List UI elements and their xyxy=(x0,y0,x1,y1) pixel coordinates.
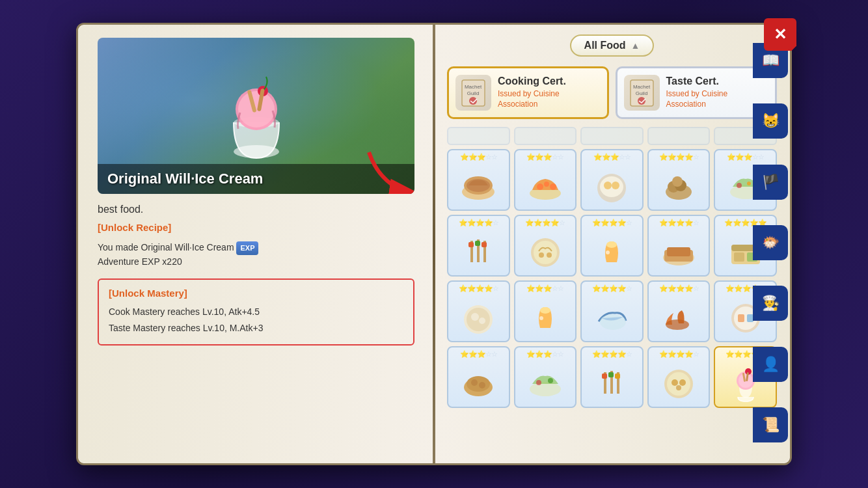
filter-header: All Food ▲ xyxy=(447,34,777,57)
close-icon: ✕ xyxy=(774,25,787,44)
svg-point-26 xyxy=(612,182,619,189)
svg-point-32 xyxy=(737,183,742,188)
cooking-cert-icon: Machet Guild xyxy=(455,75,491,111)
svg-point-59 xyxy=(600,314,626,330)
food-icon-3 xyxy=(657,163,701,207)
food-icon-18 xyxy=(657,360,701,404)
svg-point-56 xyxy=(479,318,485,324)
screen: ✕ xyxy=(0,0,868,488)
close-button[interactable]: ✕ xyxy=(764,18,796,51)
food-item-2[interactable]: ⭐⭐⭐☆☆ xyxy=(580,149,644,211)
svg-point-71 xyxy=(548,378,553,383)
unlock-mastery-title: [Unlock Mastery] xyxy=(109,288,403,299)
sidebar-cat-button[interactable]: 😸 xyxy=(753,103,788,139)
food-item-17[interactable]: ⭐⭐⭐⭐☆ xyxy=(580,346,644,408)
food-item-11[interactable]: ⭐⭐⭐☆☆ xyxy=(514,280,577,342)
sidebar-person-button[interactable]: 👤 xyxy=(753,347,788,382)
food-item-15[interactable]: ⭐⭐⭐☆☆ xyxy=(447,346,510,408)
food-item-16[interactable]: ⭐⭐⭐☆☆ xyxy=(514,346,577,408)
stars-12: ⭐⭐⭐⭐☆ xyxy=(592,284,632,293)
svg-point-80 xyxy=(671,379,678,386)
svg-text:Machet: Machet xyxy=(465,84,482,90)
cert-row: Machet Guild Cooking Cert. Issued by Cui… xyxy=(447,66,777,119)
svg-point-33 xyxy=(747,182,751,185)
food-item-12[interactable]: ⭐⭐⭐⭐☆ xyxy=(580,280,644,342)
svg-text:Guild: Guild xyxy=(635,90,647,96)
svg-point-68 xyxy=(479,382,485,388)
food-icon-1 xyxy=(523,163,567,207)
stars-10: ⭐⭐⭐⭐☆ xyxy=(459,284,498,293)
filter-arrow-icon: ▲ xyxy=(631,40,640,51)
food-grid: ⭐⭐⭐☆☆ ⭐⭐⭐☆☆ ⭐⭐⭐☆☆ xyxy=(447,149,777,408)
stars-8: ⭐⭐⭐⭐☆ xyxy=(659,219,699,227)
svg-point-43 xyxy=(547,252,552,258)
food-item-7[interactable]: ⭐⭐⭐⭐☆ xyxy=(580,215,644,277)
stars-3: ⭐⭐⭐⭐☆ xyxy=(659,153,699,161)
cooking-cert-sub: Issued by Cuisine Association xyxy=(498,89,601,109)
svg-point-82 xyxy=(676,385,681,390)
food-item-5[interactable]: ⭐⭐⭐⭐☆ xyxy=(447,215,510,277)
food-image-container: Original Will·Ice Cream xyxy=(98,38,414,194)
food-item-13[interactable]: ⭐⭐⭐⭐☆ xyxy=(647,280,711,342)
stars-17: ⭐⭐⭐⭐☆ xyxy=(592,350,632,359)
stars-1: ⭐⭐⭐☆☆ xyxy=(526,153,563,161)
stars-18: ⭐⭐⭐⭐☆ xyxy=(659,350,699,359)
svg-point-60 xyxy=(666,319,689,330)
food-icon-6 xyxy=(523,228,567,273)
stars-0: ⭐⭐⭐☆☆ xyxy=(460,153,497,161)
food-item-6[interactable]: ⭐⭐⭐⭐☆ xyxy=(514,215,577,277)
left-page: Original Will·Ice Cream b xyxy=(78,25,434,463)
food-item-3[interactable]: ⭐⭐⭐⭐☆ xyxy=(647,149,711,211)
svg-rect-51 xyxy=(734,252,744,262)
sidebar: 📖 😸 🏴 🐡 👨‍🍳 👤 📜 xyxy=(751,25,790,463)
filter-label: All Food xyxy=(584,40,626,51)
svg-point-25 xyxy=(604,182,612,189)
food-item-0[interactable]: ⭐⭐⭐☆☆ xyxy=(447,149,510,211)
svg-rect-37 xyxy=(468,242,474,247)
svg-point-30 xyxy=(672,176,683,187)
svg-rect-48 xyxy=(667,247,690,256)
food-item-10[interactable]: ⭐⭐⭐⭐☆ xyxy=(447,280,510,342)
svg-point-54 xyxy=(467,308,490,331)
svg-rect-38 xyxy=(475,241,480,246)
svg-point-15 xyxy=(638,97,645,105)
food-name: Original Will·Ice Cream xyxy=(107,170,263,187)
stars-7: ⭐⭐⭐⭐☆ xyxy=(592,219,632,227)
taste-cert-icon: Machet Guild xyxy=(624,75,660,111)
food-item-8[interactable]: ⭐⭐⭐⭐☆ xyxy=(647,215,711,277)
svg-point-42 xyxy=(539,252,544,258)
sidebar-chef-button[interactable]: 👨‍🍳 xyxy=(753,286,788,321)
filter-pill[interactable]: All Food ▲ xyxy=(570,34,655,57)
food-icon-0 xyxy=(456,163,500,207)
scroll-preview-row xyxy=(447,127,777,145)
svg-point-20 xyxy=(537,183,543,190)
food-illustration xyxy=(204,51,308,168)
food-item-18[interactable]: ⭐⭐⭐⭐☆ xyxy=(647,346,711,408)
cooking-cert-card[interactable]: Machet Guild Cooking Cert. Issued by Cui… xyxy=(447,66,609,119)
food-icon-5 xyxy=(456,228,500,273)
stars-13: ⭐⭐⭐⭐☆ xyxy=(659,284,699,293)
unlock-mastery-box: [Unlock Mastery] Cook Mastery reaches Lv… xyxy=(98,278,414,346)
svg-point-44 xyxy=(606,241,617,248)
svg-point-3 xyxy=(238,91,275,128)
food-icon-8 xyxy=(657,228,701,273)
svg-text:Guild: Guild xyxy=(467,90,480,96)
food-description: best food. xyxy=(98,204,414,215)
svg-point-21 xyxy=(544,182,549,187)
food-icon-2 xyxy=(590,163,634,207)
food-item-1[interactable]: ⭐⭐⭐☆☆ xyxy=(514,149,577,211)
svg-rect-75 xyxy=(602,373,607,379)
sidebar-scroll-button[interactable]: 📜 xyxy=(753,407,788,442)
cooking-cert-name: Cooking Cert. xyxy=(498,75,601,87)
stars-2: ⭐⭐⭐☆☆ xyxy=(593,153,631,161)
svg-point-55 xyxy=(471,313,479,321)
svg-point-81 xyxy=(679,379,686,386)
made-text: You made Original Will·Ice Cream EXP Adv… xyxy=(98,241,414,269)
right-page: All Food ▲ Machet Guild xyxy=(434,25,790,463)
svg-point-22 xyxy=(550,183,556,190)
food-icon-17 xyxy=(590,360,634,404)
svg-point-45 xyxy=(606,251,610,254)
sidebar-flag-button[interactable]: 🏴 xyxy=(753,165,788,200)
sidebar-fish-button[interactable]: 🐡 xyxy=(753,225,788,260)
mastery-stat-1: Cook Mastery reaches Lv.10, Atk+4.5 xyxy=(109,304,403,320)
